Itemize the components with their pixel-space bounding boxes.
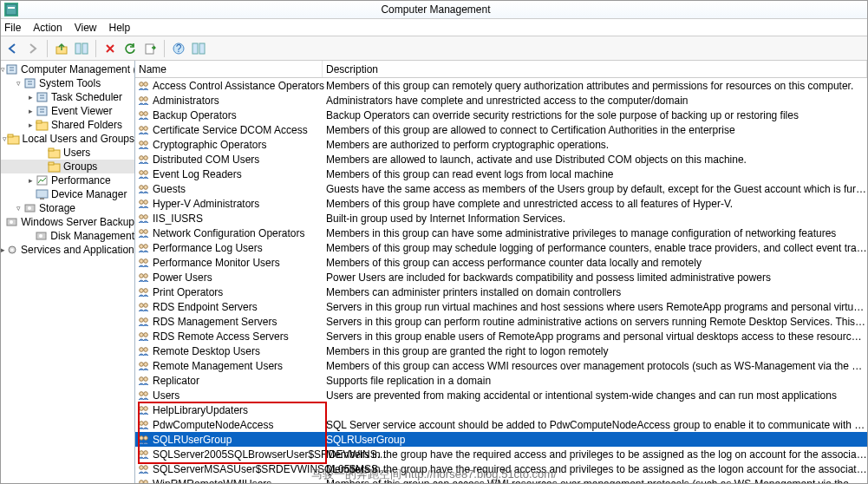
svg-rect-9 [199,43,205,54]
group-name: Access Control Assistance Operators [153,80,324,92]
group-icon [137,330,151,343]
tree-windows-server-backup[interactable]: Windows Server Backup [1,215,134,229]
menu-view[interactable]: View [75,22,97,34]
tree-groups-folder[interactable]: Groups [1,160,134,173]
svg-point-39 [140,126,144,130]
svg-point-67 [140,332,144,337]
group-description: Servers in this group enable users of Re… [323,330,867,343]
svg-point-33 [140,82,144,86]
group-row[interactable]: Distributed COM UsersMembers are allowed… [135,152,867,167]
group-row[interactable]: IIS_IUSRSBuilt-in group used by Internet… [135,211,867,226]
group-row[interactable]: Cryptographic OperatorsMembers are autho… [135,137,867,152]
tree-device-manager[interactable]: Device Manager [1,187,134,201]
group-description: Members of this group have complete and … [323,198,867,210]
expander-icon[interactable]: ▸ [25,93,36,101]
group-row[interactable]: UsersUsers are prevented from making acc… [135,388,867,402]
group-row[interactable]: Certificate Service DCOM AccessMembers o… [135,122,867,137]
group-row[interactable]: SQLServer2005SQLBrowserUser$SRDEVWINS...… [135,447,867,461]
tree-storage[interactable]: ▿Storage [1,201,134,215]
refresh-button[interactable] [121,40,139,57]
export-button[interactable] [141,40,159,57]
app-icon [4,3,18,16]
group-row[interactable]: SQLRUserGroupSQLRUserGroup [135,432,867,447]
node-label: Disk Management [50,230,134,242]
group-icon [137,153,151,167]
show-hide-button[interactable] [73,40,90,57]
console-tree[interactable]: ▿Computer Management (Local▿System Tools… [1,61,135,483]
group-row[interactable]: HelpLibraryUpdaters [135,402,867,417]
group-name: Replicator [153,375,199,387]
tree-system-tools[interactable]: ▿System Tools [1,76,134,90]
svg-point-38 [144,111,148,115]
window-title: Computer Management [22,3,850,16]
tree-disk-management[interactable]: Disk Management [1,229,134,243]
group-row[interactable]: Remote Desktop UsersMembers in this grou… [135,343,867,358]
svg-rect-15 [36,121,42,123]
menu-help[interactable]: Help [109,22,131,34]
group-row[interactable]: PdwComputeNodeAccessSQL Server service a… [135,417,867,432]
group-row[interactable]: Performance Log UsersMembers of this gro… [135,240,867,255]
group-row[interactable]: Remote Management UsersMembers of this g… [135,358,867,373]
group-row[interactable]: Hyper-V AdministratorsMembers of this gr… [135,196,867,211]
forward-button[interactable] [24,40,42,57]
svg-point-57 [140,258,144,263]
group-row[interactable]: RDS Endpoint ServersServers in this grou… [135,299,867,314]
column-name[interactable]: Name [135,61,323,77]
svg-point-75 [140,391,144,396]
tree-task-scheduler[interactable]: ▸Task Scheduler [1,90,134,104]
tree-local-users-groups[interactable]: ▿Local Users and Groups [1,132,134,146]
up-folder-button[interactable] [53,40,70,57]
menu-file[interactable]: File [4,22,21,34]
group-row[interactable]: GuestsGuests have the same access as mem… [135,181,867,196]
tree-users-folder[interactable]: Users [1,146,134,160]
group-name: Backup Operators [153,109,237,121]
properties-button[interactable] [190,40,207,57]
group-row[interactable]: Power UsersPower Users are included for … [135,270,867,285]
group-name: Hyper-V Administrators [153,198,259,210]
column-description[interactable]: Description [323,61,867,77]
group-row[interactable]: ReplicatorSupports file replication in a… [135,373,867,388]
svg-point-70 [144,347,148,351]
group-description: Administrators have complete and unrestr… [323,95,867,107]
group-description: Users are prevented from making accident… [323,389,867,402]
svg-point-56 [144,244,148,248]
svg-point-42 [144,141,148,145]
expander-icon[interactable]: ▸ [25,121,36,129]
group-row[interactable]: AdministratorsAdministrators have comple… [135,93,867,108]
group-row[interactable]: Event Log ReadersMembers of this group c… [135,167,867,181]
tree-services-applications[interactable]: ▸Services and Applications [1,243,134,257]
group-row[interactable]: RDS Remote Access ServersServers in this… [135,329,867,343]
help-button[interactable]: ? [170,40,187,57]
expander-icon[interactable]: ▸ [25,176,36,185]
group-row[interactable]: Performance Monitor UsersMembers of this… [135,255,867,270]
expander-icon[interactable]: ▸ [25,107,36,115]
back-button[interactable] [4,40,22,57]
tree-event-viewer[interactable]: ▸Event Viewer [1,104,134,118]
node-icon [5,62,19,76]
group-row[interactable]: Print OperatorsMembers can administer pr… [135,285,867,299]
group-name: PdwComputeNodeAccess [153,419,273,431]
tree-root-node[interactable]: ▿Computer Management (Local [1,62,134,76]
group-row[interactable]: Backup OperatorsBackup Operators can ove… [135,108,867,122]
svg-point-72 [144,362,148,366]
group-row[interactable]: Network Configuration OperatorsMembers i… [135,226,867,240]
group-row[interactable]: WinRMRemoteWMIUsers__Members of this gro… [135,476,867,483]
svg-point-30 [39,234,42,238]
menu-action[interactable]: Action [33,22,62,34]
svg-point-85 [140,465,144,469]
tree-shared-folders[interactable]: ▸Shared Folders [1,118,134,132]
group-description: Members of this group can access WMI res… [323,478,867,484]
group-row[interactable]: Access Control Assistance OperatorsMembe… [135,78,867,93]
expander-icon[interactable]: ▿ [13,204,23,213]
group-name: RDS Remote Access Servers [153,330,289,343]
tree-performance[interactable]: ▸Performance [1,173,134,187]
group-row[interactable]: RDS Management ServersServers in this gr… [135,314,867,329]
expander-icon[interactable]: ▿ [13,79,23,88]
group-icon [137,285,151,299]
group-name: Power Users [153,271,212,284]
delete-button[interactable] [101,40,119,57]
group-description: Members of this group can access perform… [323,257,867,269]
group-description: Members of this group may schedule loggi… [323,242,867,254]
svg-rect-1 [8,7,15,9]
group-row[interactable]: SQLServerMSASUser$SRDEVWINSQL05$MSS...Me… [135,461,867,476]
